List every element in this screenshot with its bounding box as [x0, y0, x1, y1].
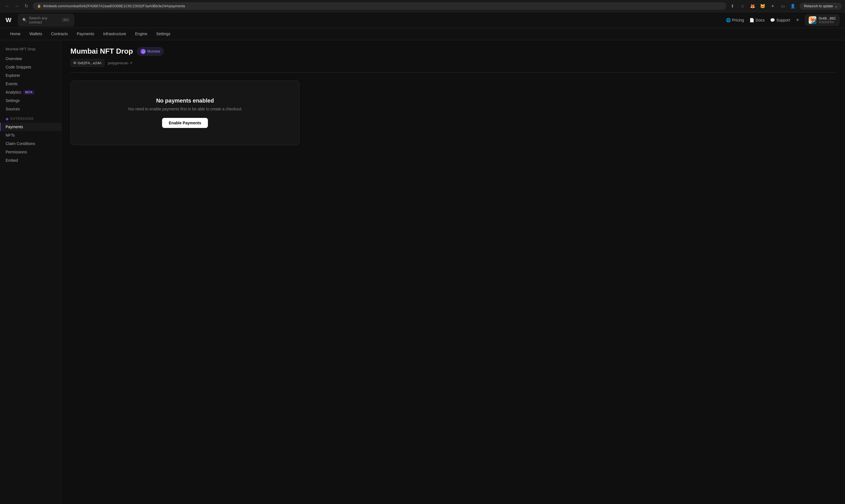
- network-icon: ⬡: [141, 49, 146, 54]
- sidebar-item-sources[interactable]: Sources: [0, 105, 61, 113]
- sidebar: Mumbai NFT Drop Overview Code Snippets E…: [0, 40, 61, 504]
- copy-icon: ⧉: [73, 61, 76, 65]
- contract-title: Mumbai NFT Drop: [70, 47, 133, 56]
- nav-payments[interactable]: Payments: [72, 28, 98, 40]
- relaunch-button[interactable]: Relaunch to update ⌄: [800, 3, 842, 10]
- lock-icon: 🔒: [37, 4, 41, 8]
- sidebar-item-explorer[interactable]: Explorer: [0, 71, 61, 79]
- header-nav: 🌐 Pricing 📄 Docs 💬 Support ☀ 🦊 0x48...88…: [726, 15, 840, 26]
- globe-icon: 🌐: [726, 18, 731, 22]
- nav-engine[interactable]: Engine: [130, 28, 152, 40]
- address-text: 0x62FA...e24A: [78, 61, 102, 65]
- contract-header: Mumbai NFT Drop ⬡ Mumbai: [70, 47, 836, 56]
- cast-button[interactable]: ▭: [779, 2, 787, 10]
- search-placeholder-text: Search any contract: [29, 16, 60, 24]
- app-header: W 🔍 Search any contract ⌘K 🌐 Pricing 📄 D…: [0, 12, 845, 28]
- main-nav: Home Wallets Contracts Payments Infrastr…: [0, 28, 845, 40]
- sidebar-item-payments[interactable]: Payments: [0, 123, 61, 131]
- network-label: Mumbai: [147, 49, 160, 53]
- polygonscan-label: polygonscan: [108, 61, 128, 65]
- relaunch-chevron-icon: ⌄: [835, 4, 838, 8]
- support-link[interactable]: 💬 Support: [770, 18, 790, 22]
- payments-card-title: No payments enabled: [156, 97, 214, 104]
- pricing-link[interactable]: 🌐 Pricing: [726, 18, 744, 22]
- page-layout: Mumbai NFT Drop Overview Code Snippets E…: [0, 40, 845, 504]
- url-text: thirdweb.com/mumbai/0x62FA0667A2aad03308…: [43, 4, 185, 8]
- sidebar-item-nfts[interactable]: NFTs: [0, 131, 61, 139]
- browser-actions: ⬆ ☆ 🦊 🐱 ✦ ▭ 👤: [729, 2, 797, 10]
- beta-badge: BETA: [23, 90, 34, 94]
- support-icon: 💬: [770, 18, 775, 22]
- sidebar-item-permissions[interactable]: Permissions: [0, 148, 61, 156]
- sidebar-item-overview[interactable]: Overview: [0, 54, 61, 63]
- nav-settings[interactable]: Settings: [152, 28, 175, 40]
- wallet-badge[interactable]: 🦊 0x48...882 0.019 ETH: [805, 15, 840, 26]
- extensions-header: ◆ Extensions: [0, 113, 61, 123]
- relaunch-label: Relaunch to update: [804, 4, 833, 8]
- avatar: 🦊: [809, 16, 816, 24]
- nav-wallets[interactable]: Wallets: [25, 28, 47, 40]
- share-button[interactable]: ⬆: [729, 2, 737, 10]
- logo[interactable]: W: [5, 17, 12, 24]
- docs-icon: 📄: [750, 18, 754, 22]
- address-bar[interactable]: 🔒 thirdweb.com/mumbai/0x62FA0667A2aad033…: [33, 2, 726, 10]
- wallet-balance: 0.019 ETH: [819, 20, 836, 24]
- payments-card: No payments enabled You need to enable p…: [70, 80, 300, 145]
- docs-link[interactable]: 📄 Docs: [750, 18, 765, 22]
- wallet-info: 0x48...882 0.019 ETH: [819, 16, 836, 24]
- sidebar-contract-name: Mumbai NFT Drop: [0, 45, 61, 54]
- network-badge[interactable]: ⬡ Mumbai: [137, 47, 164, 56]
- search-icon: 🔍: [22, 18, 27, 22]
- external-link-icon: ↗: [129, 61, 132, 65]
- analytics-label: Analytics: [5, 90, 21, 94]
- back-button[interactable]: ←: [3, 2, 11, 10]
- browser-chrome: ← → ↻ 🔒 thirdweb.com/mumbai/0x62FA0667A2…: [0, 0, 845, 12]
- diamond-icon: ◆: [5, 116, 9, 121]
- extension-button-2[interactable]: 🐱: [759, 2, 767, 10]
- extension-button-1[interactable]: 🦊: [749, 2, 757, 10]
- section-divider: [70, 72, 836, 73]
- wallet-address: 0x48...882: [819, 16, 836, 20]
- sidebar-item-code-snippets[interactable]: Code Snippets: [0, 63, 61, 71]
- sidebar-item-events[interactable]: Events: [0, 79, 61, 88]
- enable-payments-button[interactable]: Enable Payments: [162, 118, 208, 128]
- forward-button[interactable]: →: [13, 2, 21, 10]
- bookmark-button[interactable]: ☆: [739, 2, 747, 10]
- nav-contracts[interactable]: Contracts: [47, 28, 72, 40]
- sidebar-item-analytics[interactable]: Analytics BETA: [0, 88, 61, 96]
- payments-card-description: You need to enable payments first to be …: [128, 107, 242, 111]
- reload-button[interactable]: ↻: [22, 2, 30, 10]
- polygonscan-link[interactable]: polygonscan ↗: [108, 61, 132, 65]
- contract-address-row: ⧉ 0x62FA...e24A polygonscan ↗: [70, 59, 836, 67]
- sidebar-item-settings[interactable]: Settings: [0, 96, 61, 105]
- nav-infrastructure[interactable]: Infrastructure: [98, 28, 130, 40]
- search-bar[interactable]: 🔍 Search any contract ⌘K: [18, 14, 74, 26]
- search-shortcut: ⌘K: [62, 18, 70, 22]
- profile-button[interactable]: 👤: [789, 2, 797, 10]
- sidebar-item-embed[interactable]: Embed: [0, 156, 61, 165]
- address-chip[interactable]: ⧉ 0x62FA...e24A: [70, 59, 105, 67]
- extension-button-3[interactable]: ✦: [769, 2, 777, 10]
- extensions-label: Extensions: [11, 117, 34, 121]
- nav-home[interactable]: Home: [5, 28, 25, 40]
- main-content: Mumbai NFT Drop ⬡ Mumbai ⧉ 0x62FA...e24A…: [61, 40, 845, 504]
- theme-toggle[interactable]: ☀: [795, 17, 799, 23]
- browser-nav: ← → ↻: [3, 2, 30, 10]
- sidebar-item-claim-conditions[interactable]: Claim Conditions: [0, 139, 61, 148]
